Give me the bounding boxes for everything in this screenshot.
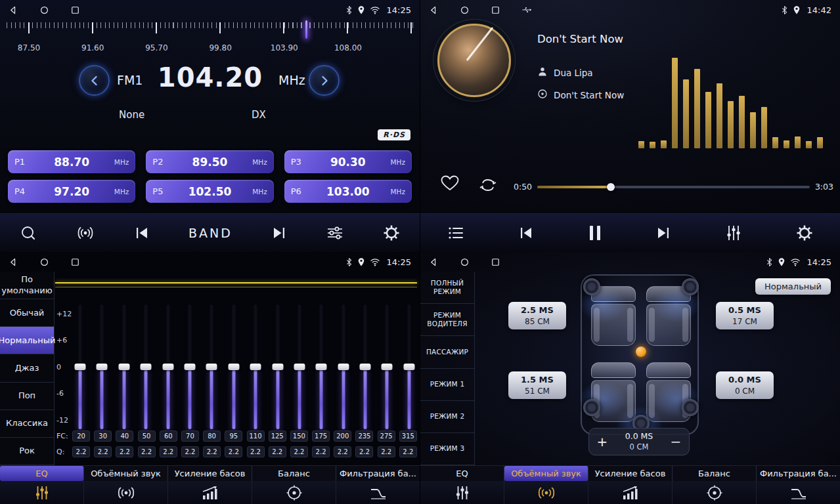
- balance-tab-icon[interactable]: [252, 481, 336, 504]
- scan-icon[interactable]: [20, 224, 37, 242]
- eq-preset-classic[interactable]: Классика: [0, 410, 54, 438]
- filter-tab-icon[interactable]: [336, 481, 420, 504]
- bass-boost-tab-icon[interactable]: [588, 481, 673, 504]
- preset-button-p4[interactable]: P4 97.20 MHz: [8, 180, 135, 203]
- repeat-icon[interactable]: [478, 177, 498, 196]
- settings-gear-icon[interactable]: [796, 224, 813, 242]
- eq-tab-icon[interactable]: [0, 481, 84, 504]
- slider-knob[interactable]: [75, 364, 86, 370]
- eq-preset-default[interactable]: По умолчанию: [0, 272, 54, 299]
- eq-preset-rock[interactable]: Рок: [0, 438, 54, 465]
- eq-band-slider[interactable]: [271, 304, 284, 429]
- eq-tab-icon[interactable]: [420, 481, 504, 504]
- tab-filter[interactable]: Фильтрация ба...: [757, 466, 840, 481]
- mode-3[interactable]: РЕЖИМ 3: [420, 433, 474, 465]
- eq-band-slider[interactable]: [118, 304, 131, 429]
- back-icon[interactable]: [429, 5, 439, 15]
- preset-button-p6[interactable]: P6 103.00 MHz: [284, 180, 412, 203]
- eq-preset-normal[interactable]: Нормальный: [0, 327, 54, 354]
- slider-knob[interactable]: [206, 364, 217, 370]
- eq-preset-jazz[interactable]: Джаз: [0, 354, 54, 382]
- tab-surround[interactable]: Объёмный звук: [84, 466, 168, 481]
- surround-tab-icon[interactable]: [504, 481, 588, 504]
- delay-front-left-button[interactable]: 2.5 MS 85 CM: [508, 302, 566, 329]
- favorite-heart-icon[interactable]: [440, 175, 460, 194]
- back-icon[interactable]: [9, 257, 18, 267]
- eq-band-slider[interactable]: [95, 304, 108, 429]
- recents-icon[interactable]: [491, 5, 500, 15]
- frequency-scale[interactable]: 87.50 91.60 95.70 99.80 103.90 108.00: [7, 22, 413, 55]
- home-icon[interactable]: [460, 5, 470, 15]
- mode-passenger[interactable]: ПАССАЖИР: [420, 336, 474, 368]
- tune-down-button[interactable]: [79, 65, 110, 96]
- eq-band-slider[interactable]: [403, 304, 416, 429]
- delay-rear-right-button[interactable]: 0.0 MS 0 CM: [716, 371, 774, 399]
- eq-band-slider[interactable]: [227, 304, 240, 429]
- eq-band-slider[interactable]: [205, 304, 218, 429]
- eq-band-slider[interactable]: [315, 304, 328, 429]
- previous-station-icon[interactable]: [134, 226, 150, 240]
- eq-band-slider[interactable]: [249, 304, 262, 429]
- slider-knob[interactable]: [250, 364, 261, 370]
- delay-rear-left-button[interactable]: 1.5 MS 51 CM: [508, 371, 566, 399]
- balance-tab-icon[interactable]: [673, 481, 757, 504]
- tab-eq[interactable]: EQ: [420, 466, 504, 481]
- filter-tab-icon[interactable]: [757, 481, 840, 504]
- recents-icon[interactable]: [491, 257, 500, 267]
- home-icon[interactable]: [460, 257, 470, 267]
- decrease-delay-button[interactable]: −: [663, 434, 689, 450]
- tab-filter[interactable]: Фильтрация ба...: [336, 466, 420, 481]
- slider-knob[interactable]: [141, 364, 152, 370]
- progress-knob[interactable]: [607, 183, 615, 191]
- equalizer-icon[interactable]: [725, 224, 742, 242]
- mode-2[interactable]: РЕЖИМ 2: [420, 401, 474, 433]
- preset-button-p3[interactable]: P3 90.30 MHz: [284, 150, 412, 173]
- slider-knob[interactable]: [184, 364, 195, 370]
- tab-balance[interactable]: Баланс: [252, 466, 336, 481]
- eq-sliders-icon[interactable]: [326, 225, 344, 241]
- tune-up-button[interactable]: [309, 65, 340, 96]
- eq-band-slider[interactable]: [162, 304, 175, 429]
- tab-bass-boost[interactable]: Усиление басов: [168, 466, 252, 481]
- band-button[interactable]: BAND: [188, 226, 232, 240]
- settings-gear-icon[interactable]: [383, 224, 400, 242]
- delay-front-right-button[interactable]: 0.5 MS 17 CM: [716, 302, 774, 329]
- back-icon[interactable]: [9, 5, 18, 15]
- playlist-icon[interactable]: [447, 225, 464, 241]
- slider-knob[interactable]: [272, 364, 283, 370]
- next-track-icon[interactable]: [655, 226, 671, 240]
- slider-knob[interactable]: [338, 364, 349, 370]
- mode-full[interactable]: ПОЛНЫЙ РЕЖИМ: [420, 272, 474, 304]
- broadcast-icon[interactable]: [76, 224, 95, 242]
- pause-icon[interactable]: [588, 224, 602, 242]
- back-icon[interactable]: [429, 257, 439, 267]
- next-station-icon[interactable]: [271, 226, 287, 240]
- slider-knob[interactable]: [118, 364, 129, 370]
- tab-bass-boost[interactable]: Усиление басов: [588, 466, 673, 481]
- listening-position-marker[interactable]: [636, 346, 646, 357]
- tab-surround[interactable]: Объёмный звук: [504, 466, 588, 481]
- eq-band-slider[interactable]: [183, 304, 196, 429]
- eq-band-slider[interactable]: [139, 304, 152, 429]
- eq-preset-custom[interactable]: Обычай: [0, 299, 54, 327]
- slider-knob[interactable]: [403, 364, 414, 370]
- tab-eq[interactable]: EQ: [0, 466, 84, 481]
- slider-knob[interactable]: [162, 364, 173, 370]
- home-icon[interactable]: [39, 5, 49, 15]
- mode-1[interactable]: РЕЖИМ 1: [420, 369, 474, 401]
- slider-knob[interactable]: [294, 364, 305, 370]
- eq-preset-pop[interactable]: Поп: [0, 383, 54, 410]
- slider-knob[interactable]: [228, 364, 239, 370]
- preset-button-p2[interactable]: P2 89.50 MHz: [146, 150, 273, 173]
- progress-bar[interactable]: [537, 186, 810, 188]
- eq-band-slider[interactable]: [380, 304, 393, 429]
- bass-boost-tab-icon[interactable]: [168, 481, 252, 504]
- tab-balance[interactable]: Баланс: [673, 466, 757, 481]
- slider-knob[interactable]: [360, 364, 371, 370]
- mode-driver[interactable]: РЕЖИМ ВОДИТЕЛЯ: [420, 304, 474, 336]
- recents-icon[interactable]: [70, 5, 80, 15]
- slider-knob[interactable]: [97, 364, 108, 370]
- slider-knob[interactable]: [316, 364, 327, 370]
- surround-profile-button[interactable]: Нормальный: [755, 278, 831, 295]
- eq-band-slider[interactable]: [293, 304, 306, 429]
